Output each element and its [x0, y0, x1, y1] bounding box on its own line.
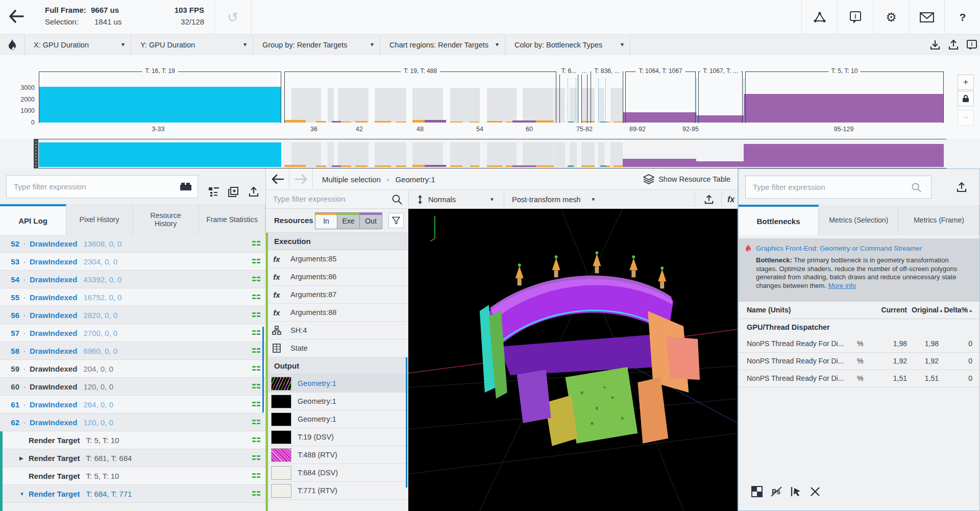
- chart-bar-gray[interactable]: [598, 88, 604, 123]
- column-name[interactable]: Name (Units): [747, 306, 791, 314]
- api-log-row[interactable]: 57·DrawIndexed2700, 0, 0: [0, 324, 265, 342]
- resource-row[interactable]: fxArguments:87: [266, 286, 408, 304]
- chart-bar-orange[interactable]: [450, 165, 462, 167]
- filter-input[interactable]: [6, 175, 198, 198]
- chart-bar-orange[interactable]: [614, 121, 623, 123]
- tab-metrics-frame-[interactable]: Metrics (Frame): [899, 205, 979, 235]
- simple-pixel-shader-experiment-button[interactable]: Ps: [769, 484, 783, 499]
- chart-bar-teal[interactable]: [568, 121, 574, 123]
- back-button[interactable]: [7, 7, 28, 28]
- chart-bar-gray[interactable]: [581, 88, 595, 123]
- io-filter-out[interactable]: Out: [360, 212, 382, 229]
- scissor-rect-experiment-button[interactable]: [789, 484, 803, 499]
- chart-bar-gray[interactable]: [487, 88, 517, 123]
- chart-bar-gray[interactable]: [523, 142, 553, 167]
- column-original[interactable]: Original: [912, 306, 939, 314]
- region-label[interactable]: T: 5, T: 10: [828, 67, 861, 75]
- chart-bar-orange[interactable]: [581, 165, 595, 167]
- api-log-row[interactable]: 59·DrawIndexed204, 0, 0: [0, 360, 265, 378]
- api-log-row[interactable]: 61·DrawIndexed264, 0, 0: [0, 396, 265, 413]
- chart-bar-gray[interactable]: [291, 88, 321, 123]
- import-button[interactable]: [927, 37, 943, 53]
- chart-bar-orange[interactable]: [355, 165, 368, 167]
- region-label[interactable]: T: 19, T: 488: [401, 67, 440, 75]
- zoom-in-button[interactable]: +: [958, 75, 974, 90]
- chart-bar-gray[interactable]: [610, 88, 623, 123]
- region-label[interactable]: T: 6...: [558, 67, 579, 75]
- region-label[interactable]: T: 1067, T: ...: [700, 67, 741, 75]
- chart-plot-area[interactable]: T: 16, T: 19T: 19, T: 488T: 6......T: 83…: [39, 71, 944, 123]
- chart-bar-orange[interactable]: [375, 165, 391, 167]
- arrow-right-icon[interactable]: ▸: [970, 308, 972, 313]
- export-metrics-button[interactable]: [953, 179, 970, 196]
- metric-row[interactable]: NonPS Thread Ready For Di...%1,981,980: [739, 335, 979, 353]
- toolbar-dropdown[interactable]: Chart regions: Render Targets▾: [380, 35, 505, 55]
- tab-resource-history[interactable]: Resource History: [133, 204, 199, 235]
- chart-bar-gray[interactable]: [598, 142, 604, 167]
- duplicate-view-button[interactable]: [225, 184, 242, 200]
- tab-pixel-history[interactable]: Pixel History: [66, 204, 133, 235]
- view-mode-dropdown[interactable]: Normals ▾: [416, 190, 494, 209]
- chart-bar-purple[interactable]: [696, 161, 744, 167]
- chart-bar-orange[interactable]: [614, 165, 623, 167]
- column-current[interactable]: Current: [881, 306, 907, 314]
- chart-bar-gray[interactable]: [375, 88, 406, 123]
- chart-bar-purple[interactable]: [623, 159, 696, 167]
- chart-bar-purpleDark[interactable]: [332, 165, 341, 167]
- toolbar-dropdown[interactable]: Group by: Render Targets▾: [253, 35, 380, 55]
- chart-bar-gray[interactable]: [487, 142, 517, 167]
- chart-bar-gray[interactable]: [412, 142, 443, 167]
- tab-api-log[interactable]: API Log: [0, 204, 66, 235]
- resource-row[interactable]: T:488 (RTV): [266, 446, 408, 464]
- chart-bar-gray[interactable]: [291, 142, 321, 167]
- settings-button[interactable]: ⚙: [873, 0, 909, 34]
- chart-bar-orange[interactable]: [396, 165, 406, 167]
- chart-bar-orange[interactable]: [536, 165, 554, 167]
- api-log-row[interactable]: 53·DrawIndexed2304, 0, 0: [0, 253, 265, 271]
- chart-bar-gray[interactable]: [523, 88, 553, 123]
- release-notes-button[interactable]: i: [837, 0, 873, 34]
- chart-bar-orange[interactable]: [450, 121, 462, 123]
- disable-draws-experiment-button[interactable]: [808, 484, 822, 499]
- chart-bar-purple[interactable]: [744, 94, 944, 123]
- toolbar-dropdown[interactable]: Color by: Bottleneck Types▾: [505, 35, 630, 55]
- chart-bar-gray[interactable]: [328, 88, 334, 123]
- chart-bar-purpleDark[interactable]: [425, 165, 446, 167]
- resource-row[interactable]: SH:4: [266, 322, 408, 339]
- metric-row[interactable]: NonPS Thread Ready For Di...%1,511,510: [739, 370, 979, 387]
- tree-view-button[interactable]: [205, 184, 223, 200]
- render-target-row[interactable]: Render TargetT: 5, T: 10: [0, 431, 265, 449]
- chart-bar-teal[interactable]: [600, 165, 606, 167]
- chart-bar-purple[interactable]: [744, 144, 944, 167]
- toolbar-dropdown[interactable]: Y: GPU Duration▾: [131, 35, 253, 55]
- render-target-row[interactable]: ▼Render TargetT: 684, T: 771: [0, 485, 265, 503]
- chart-bar-orange[interactable]: [316, 121, 326, 123]
- chart-bar-gray[interactable]: [328, 142, 334, 167]
- resource-list-scrollbar[interactable]: [406, 357, 407, 488]
- help-button[interactable]: ?: [944, 0, 980, 34]
- export-button[interactable]: [945, 37, 962, 53]
- resource-row[interactable]: State: [266, 339, 408, 357]
- resource-row[interactable]: fxArguments:85: [266, 250, 408, 268]
- resource-row[interactable]: T:684 (DSV): [266, 464, 408, 482]
- shader-fx-button[interactable]: fx: [727, 190, 734, 209]
- chart-info-button[interactable]: i: [964, 37, 980, 53]
- tab-bottlenecks[interactable]: Bottlenecks: [739, 205, 819, 235]
- feedback-button[interactable]: [909, 0, 945, 34]
- chart-bar-orange[interactable]: [396, 121, 406, 123]
- chart-bar-orange[interactable]: [284, 165, 306, 167]
- chart-bar-purpleDark[interactable]: [425, 120, 446, 123]
- profiles-button[interactable]: [801, 0, 838, 34]
- api-log-row[interactable]: 62·DrawIndexed120, 0, 0: [0, 413, 265, 431]
- export-log-button[interactable]: [245, 184, 262, 200]
- api-log-row[interactable]: 60·DrawIndexed120, 0, 0: [0, 378, 265, 396]
- resource-row[interactable]: Geometry:1: [266, 375, 408, 393]
- resource-row[interactable]: T:771 (RTV): [266, 482, 408, 500]
- export-mesh-button[interactable]: [704, 190, 714, 209]
- chart-bar-orange[interactable]: [316, 165, 326, 167]
- breadcrumb-item-selection[interactable]: Multiple selection: [322, 175, 381, 184]
- chart-bar-orange[interactable]: [487, 121, 502, 123]
- chart-bar-gray[interactable]: [338, 142, 369, 167]
- show-resource-table-button[interactable]: Show Resource Table: [643, 168, 730, 190]
- chart-bar-cyan[interactable]: [39, 87, 281, 123]
